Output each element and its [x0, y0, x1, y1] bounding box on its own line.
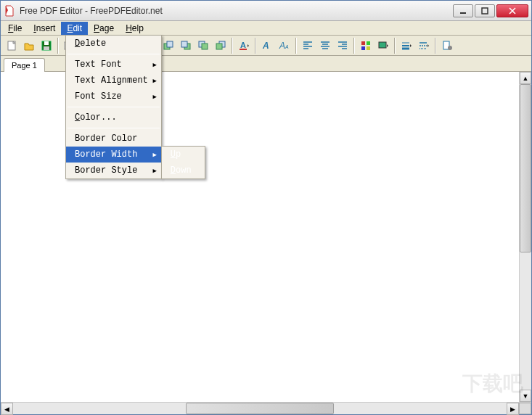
- menu-text-alignment[interactable]: Text Alignment▶: [66, 73, 161, 89]
- svg-rect-19: [216, 44, 222, 49]
- border-width-icon[interactable]: [398, 38, 414, 54]
- svg-rect-4: [44, 41, 49, 45]
- svg-rect-28: [367, 46, 370, 50]
- edit-dropdown: Delete Text Font▶ Text Alignment▶ Font S…: [65, 35, 162, 179]
- close-button[interactable]: [496, 4, 528, 17]
- svg-text:A: A: [262, 41, 269, 51]
- svg-text:A: A: [279, 41, 285, 51]
- tab-page1[interactable]: Page 1: [4, 58, 45, 72]
- page-setup-icon[interactable]: [439, 38, 455, 54]
- titlebar: Free PDF Editor - FreePDFEditor.net: [1, 1, 531, 21]
- svg-rect-17: [202, 44, 208, 49]
- vertical-scrollbar[interactable]: ▲ ▼: [519, 72, 531, 402]
- svg-rect-15: [181, 41, 187, 47]
- horizontal-scrollbar[interactable]: ◀ ▶: [1, 402, 531, 414]
- menu-page[interactable]: Page: [88, 22, 120, 35]
- toolbar-separator: [295, 38, 297, 54]
- scroll-track[interactable]: [13, 403, 507, 414]
- menu-separator: [67, 54, 160, 54]
- send-backward-icon[interactable]: [195, 38, 211, 54]
- menubar: File Insert Edit Page Help: [1, 21, 531, 36]
- align-left-icon[interactable]: [300, 38, 316, 54]
- toolbar-separator: [255, 38, 256, 54]
- maximize-button[interactable]: [475, 4, 495, 17]
- submenu-up[interactable]: Up: [162, 147, 205, 163]
- menu-edit[interactable]: Edit: [61, 22, 88, 35]
- bring-forward-icon[interactable]: [178, 38, 194, 54]
- scroll-up-button[interactable]: ▲: [520, 72, 531, 84]
- app-icon: [4, 5, 15, 17]
- scroll-left-button[interactable]: ◀: [1, 403, 13, 415]
- menu-separator: [67, 107, 160, 107]
- border-color-icon[interactable]: [358, 38, 374, 54]
- scroll-thumb[interactable]: [186, 403, 334, 414]
- svg-rect-25: [361, 41, 365, 45]
- submenu-arrow-icon: ▶: [152, 77, 156, 85]
- scroll-track[interactable]: [520, 84, 531, 390]
- toolbar-separator: [435, 38, 436, 54]
- send-back-icon[interactable]: [213, 38, 229, 54]
- scroll-corner: [519, 403, 531, 414]
- svg-rect-29: [379, 42, 386, 48]
- menu-delete[interactable]: Delete: [66, 36, 161, 52]
- bring-front-icon[interactable]: [160, 38, 176, 54]
- menu-font-size[interactable]: Font Size▶: [66, 89, 161, 104]
- open-icon[interactable]: [21, 38, 37, 54]
- toolbar-separator: [394, 38, 396, 54]
- align-right-icon[interactable]: [335, 38, 351, 54]
- submenu-down[interactable]: Down: [162, 163, 205, 178]
- svg-rect-26: [367, 41, 370, 45]
- minimize-button[interactable]: [453, 4, 473, 17]
- svg-rect-0: [460, 12, 466, 14]
- svg-rect-21: [240, 49, 247, 50]
- window-title: Free PDF Editor - FreePDFEditor.net: [20, 6, 451, 16]
- submenu-arrow-icon: ▶: [152, 167, 156, 175]
- scroll-down-button[interactable]: ▼: [520, 390, 531, 402]
- window-controls: [451, 4, 528, 17]
- font-icon[interactable]: A: [259, 38, 275, 54]
- menu-border-color[interactable]: Border Color: [66, 131, 161, 147]
- svg-rect-5: [44, 46, 49, 50]
- submenu-arrow-icon: ▶: [152, 61, 156, 69]
- menu-border-style[interactable]: Border Style▶: [66, 163, 161, 178]
- submenu-arrow-icon: ▶: [152, 93, 156, 101]
- align-center-icon[interactable]: [317, 38, 333, 54]
- svg-rect-27: [361, 46, 365, 50]
- save-icon[interactable]: [38, 38, 54, 54]
- menu-separator: [67, 128, 160, 128]
- border-width-submenu: Up Down: [161, 146, 205, 179]
- font-size-icon[interactable]: AA: [277, 38, 292, 54]
- toolbar-separator: [232, 38, 233, 54]
- scroll-right-button[interactable]: ▶: [507, 403, 519, 415]
- menu-insert[interactable]: Insert: [28, 22, 61, 35]
- menu-text-font[interactable]: Text Font▶: [66, 57, 161, 73]
- submenu-arrow-icon: ▶: [152, 151, 156, 159]
- border-style-icon[interactable]: [416, 38, 432, 54]
- svg-point-31: [448, 46, 452, 50]
- toolbar-separator: [353, 38, 355, 54]
- menu-file[interactable]: File: [2, 22, 28, 35]
- menu-border-width[interactable]: Border Width▶ Up Down: [66, 147, 161, 163]
- svg-text:A: A: [285, 44, 289, 49]
- new-icon[interactable]: [4, 38, 20, 54]
- svg-rect-13: [167, 41, 173, 47]
- svg-text:A: A: [240, 41, 246, 49]
- menu-help[interactable]: Help: [120, 22, 150, 35]
- scroll-thumb[interactable]: [520, 84, 531, 252]
- text-color-icon[interactable]: A: [236, 38, 252, 54]
- svg-rect-1: [482, 8, 488, 14]
- toolbar-separator: [57, 38, 59, 54]
- menu-color[interactable]: Color...: [66, 110, 161, 126]
- fill-color-icon[interactable]: [375, 38, 391, 54]
